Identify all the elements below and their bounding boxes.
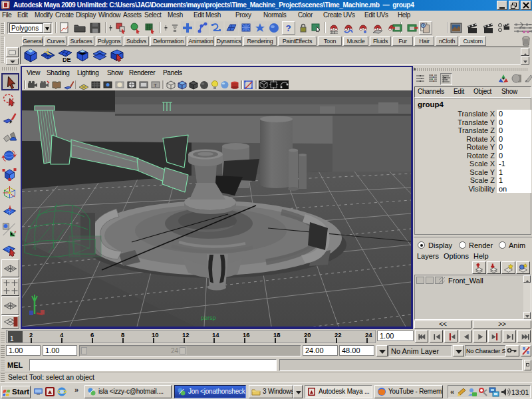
svg-text:?: ? [286,23,291,33]
svg-text:T: T [154,82,157,88]
svg-text:persp: persp [201,315,216,321]
svg-text:DE: DE [63,57,71,63]
